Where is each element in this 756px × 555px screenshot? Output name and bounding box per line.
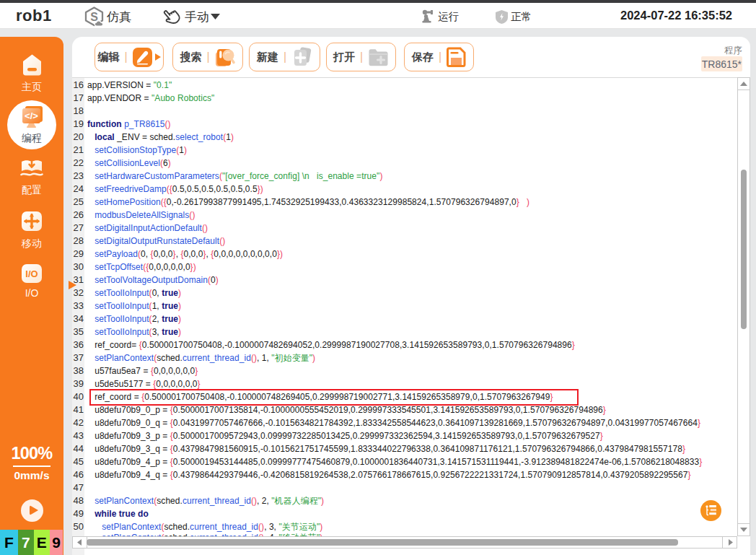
svg-text:</>: </> xyxy=(25,110,38,121)
